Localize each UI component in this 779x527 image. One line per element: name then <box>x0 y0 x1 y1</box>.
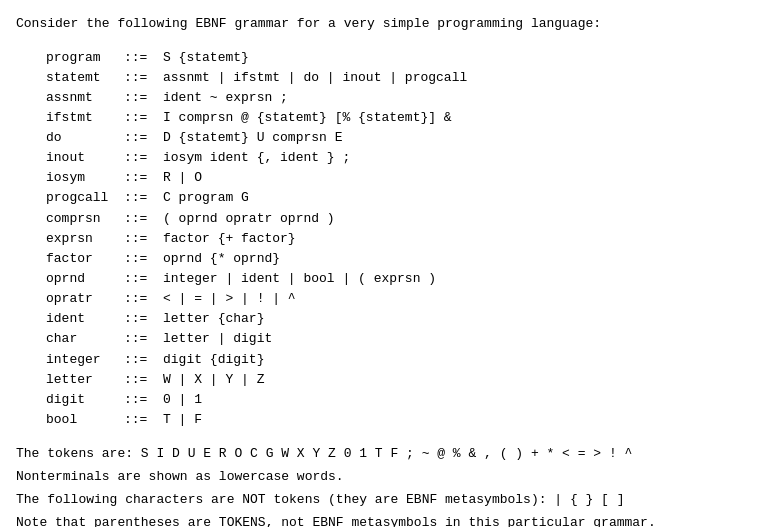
grammar-line: ifstmt ::= I comprsn @ {statemt} [% {sta… <box>46 108 763 128</box>
note-line: Nonterminals are shown as lowercase word… <box>16 467 763 488</box>
grammar-line: inout ::= iosym ident {, ident } ; <box>46 148 763 168</box>
notes-block: The tokens are: S I D U E R O C G W X Y … <box>16 444 763 527</box>
grammar-block: program ::= S {statemt}statemt ::= assnm… <box>46 48 763 431</box>
grammar-line: oprnd ::= integer | ident | bool | ( exp… <box>46 269 763 289</box>
grammar-line: digit ::= 0 | 1 <box>46 390 763 410</box>
grammar-line: program ::= S {statemt} <box>46 48 763 68</box>
grammar-line: ident ::= letter {char} <box>46 309 763 329</box>
grammar-line: factor ::= oprnd {* oprnd} <box>46 249 763 269</box>
note-line: The following characters are NOT tokens … <box>16 490 763 511</box>
note-line: Note that parentheses are TOKENS, not EB… <box>16 513 763 527</box>
grammar-line: integer ::= digit {digit} <box>46 350 763 370</box>
intro-paragraph: Consider the following EBNF grammar for … <box>16 14 763 34</box>
grammar-line: letter ::= W | X | Y | Z <box>46 370 763 390</box>
grammar-line: iosym ::= R | O <box>46 168 763 188</box>
grammar-line: opratr ::= < | = | > | ! | ^ <box>46 289 763 309</box>
grammar-line: exprsn ::= factor {+ factor} <box>46 229 763 249</box>
grammar-line: bool ::= T | F <box>46 410 763 430</box>
grammar-line: comprsn ::= ( oprnd opratr oprnd ) <box>46 209 763 229</box>
grammar-line: char ::= letter | digit <box>46 329 763 349</box>
grammar-line: assnmt ::= ident ~ exprsn ; <box>46 88 763 108</box>
note-line: The tokens are: S I D U E R O C G W X Y … <box>16 444 763 465</box>
grammar-line: do ::= D {statemt} U comprsn E <box>46 128 763 148</box>
grammar-line: progcall ::= C program G <box>46 188 763 208</box>
grammar-line: statemt ::= assnmt | ifstmt | do | inout… <box>46 68 763 88</box>
